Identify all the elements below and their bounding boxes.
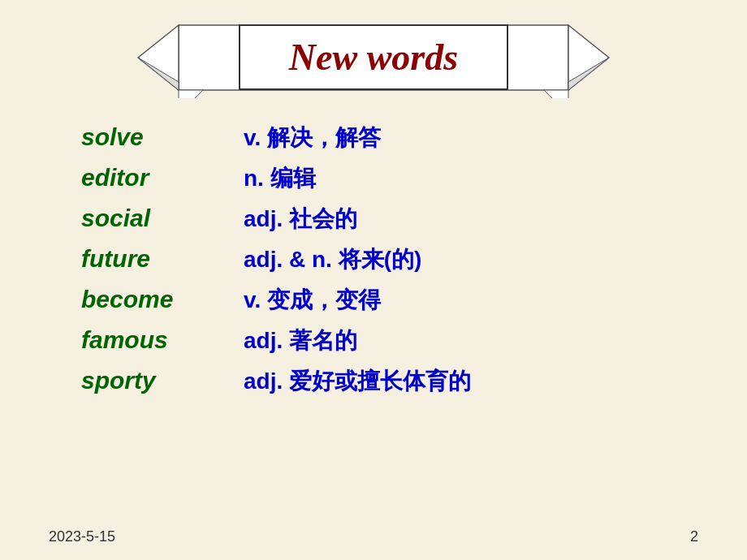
footer-page: 2 bbox=[690, 528, 698, 545]
word-row: sportyadj. 爱好或擅长体育的 bbox=[81, 366, 747, 397]
word-row: becomev. 变成，变得 bbox=[81, 285, 747, 316]
word-definition: adj. 社会的 bbox=[244, 204, 357, 235]
word-row: editorn. 编辑 bbox=[81, 163, 747, 194]
word-row: futureadj. & n. 将来(的) bbox=[81, 244, 747, 275]
word-english: famous bbox=[81, 326, 244, 354]
word-definition: v. 解决，解答 bbox=[244, 123, 381, 153]
word-english: sporty bbox=[81, 367, 244, 394]
word-row: solvev. 解决，解答 bbox=[81, 123, 747, 153]
svg-marker-6 bbox=[544, 90, 568, 98]
word-definition: adj. 爱好或擅长体育的 bbox=[244, 366, 471, 397]
footer-date: 2023-5-15 bbox=[49, 528, 115, 545]
word-definition: v. 变成，变得 bbox=[244, 285, 381, 316]
word-english: future bbox=[81, 245, 244, 273]
word-definition: adj. 著名的 bbox=[244, 325, 357, 356]
svg-marker-5 bbox=[179, 90, 203, 98]
word-row: socialadj. 社会的 bbox=[81, 204, 747, 235]
banner-title: New words bbox=[239, 24, 508, 90]
word-row: famousadj. 著名的 bbox=[81, 325, 747, 356]
word-english: editor bbox=[81, 164, 244, 192]
word-english: solve bbox=[81, 123, 244, 151]
word-definition: adj. & n. 将来(的) bbox=[244, 244, 421, 275]
footer: 2023-5-15 2 bbox=[0, 528, 747, 545]
word-english: become bbox=[81, 286, 244, 313]
words-section: solvev. 解决，解答editorn. 编辑socialadj. 社会的fu… bbox=[0, 123, 747, 397]
word-definition: n. 编辑 bbox=[244, 163, 316, 194]
banner-container: New words bbox=[0, 24, 747, 90]
banner: New words bbox=[239, 24, 508, 90]
word-english: social bbox=[81, 205, 244, 232]
